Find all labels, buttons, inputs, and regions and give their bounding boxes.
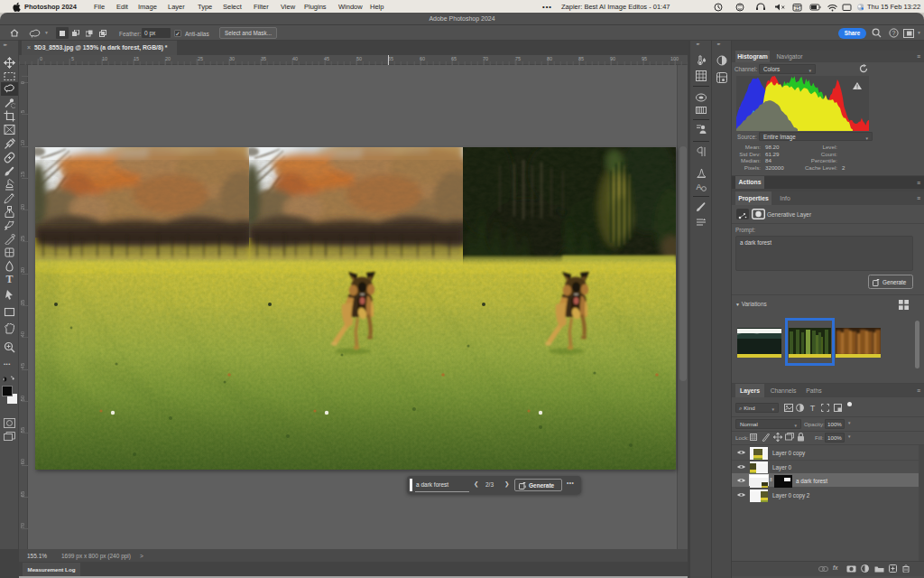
svg-text:A: A (696, 182, 701, 191)
svg-text:T: T (5, 273, 13, 284)
svg-text:15: 15 (795, 6, 800, 11)
svg-text:?: ? (892, 30, 896, 36)
svg-text:T: T (810, 404, 816, 412)
